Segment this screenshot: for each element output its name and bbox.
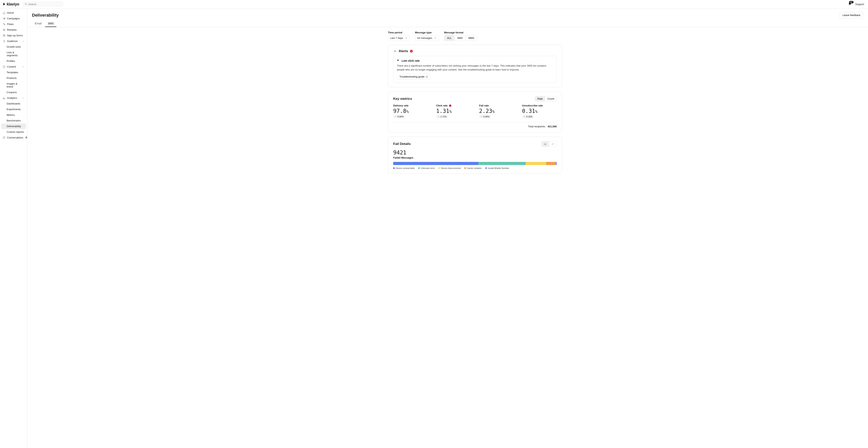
nav-audience[interactable]: Audience — [1, 38, 26, 44]
legend-item: Device disconnected — [438, 167, 461, 169]
nav-label: Templates — [7, 71, 18, 74]
logo[interactable]: klaviyo — [2, 2, 19, 6]
card-header: Alerts 1 — [393, 49, 557, 53]
tabs: Email SMS — [27, 20, 868, 27]
star-icon — [3, 29, 5, 31]
svg-point-1 — [4, 40, 5, 41]
bar-view-button[interactable] — [542, 141, 549, 147]
legend-label: Invalid Mobile Number — [488, 167, 509, 169]
chevron-down-icon — [434, 37, 437, 39]
tab-sms[interactable]: SMS — [45, 20, 56, 27]
card-header: Key metrics Rate Count — [393, 96, 557, 101]
legend-swatch — [438, 167, 440, 169]
legend-swatch — [418, 167, 420, 169]
nav-products[interactable]: Products — [1, 75, 26, 81]
nav-label: Profiles — [7, 60, 15, 62]
line-view-button[interactable] — [549, 141, 557, 147]
legend-item: Unknown error — [418, 167, 435, 169]
metric-value: 97.8% — [393, 108, 425, 114]
value: 1.31 — [436, 108, 449, 114]
nav-experiments[interactable]: Experiments — [1, 107, 26, 112]
filter-time-period: Time period Last 7 days — [388, 31, 410, 41]
metric-click: Click rate 1.31% 1.71% — [436, 104, 467, 118]
troubleshooting-guide-button[interactable]: Troubleshooting guide — [397, 74, 431, 80]
select-value: All messages — [417, 36, 432, 39]
trend-down-icon — [480, 116, 483, 118]
nav-label: Metrics — [7, 114, 15, 116]
nav-label: Flows — [7, 23, 14, 26]
alert-title: Low click rate — [397, 59, 553, 62]
nav-campaigns[interactable]: Campaigns — [1, 16, 26, 21]
nav-custom-reports[interactable]: Custom reports — [1, 129, 26, 135]
key-metrics-card: Key metrics Rate Count Delivery rate 97.… — [388, 92, 562, 132]
nav-dashboards[interactable]: Dashboards — [1, 101, 26, 107]
page-title: Deliverability — [32, 13, 59, 18]
nav-images-brand[interactable]: Images & brand — [1, 81, 26, 89]
nav-lists-segments[interactable]: Lists & segments — [1, 50, 26, 58]
legend-label: Unknown error — [421, 167, 435, 169]
nav-signup-forms[interactable]: Sign-up forms — [1, 33, 26, 38]
chevron-down-icon — [405, 37, 407, 39]
delta-value: 0.08% — [398, 115, 404, 118]
nav-label: Reviews — [7, 28, 17, 31]
external-link-icon — [426, 76, 428, 78]
format-segment: ALL SMS MMS — [444, 35, 477, 41]
count-button[interactable]: Count — [545, 96, 557, 101]
svg-rect-2 — [3, 66, 5, 67]
nav-label: Custom reports — [7, 130, 24, 133]
value: 0.31 — [522, 108, 535, 114]
tab-email[interactable]: Email — [32, 20, 44, 27]
nav-deliverability[interactable]: Deliverability — [1, 123, 26, 129]
format-sms-button[interactable]: SMS — [455, 35, 466, 41]
search-input[interactable] — [23, 2, 63, 6]
stack-segment — [526, 162, 546, 165]
legend-label: Device disconnected — [441, 167, 461, 169]
legend-item: Invalid Mobile Number — [485, 167, 509, 169]
nav-growth-tools[interactable]: Growth tools — [1, 44, 26, 50]
nav-benchmarks[interactable]: Benchmarks — [1, 118, 26, 123]
notifications-button[interactable]: 99+ — [848, 2, 851, 6]
nav-label: Sign-up forms — [7, 34, 23, 37]
legend-item: Device unreachable — [393, 167, 415, 169]
nav-label: Coupons — [7, 91, 17, 94]
alerts-count-badge: 1 — [410, 50, 413, 53]
nav-metrics[interactable]: Metrics — [1, 112, 26, 118]
button-label: Troubleshooting guide — [399, 75, 425, 78]
nav-label: Experiments — [7, 108, 21, 111]
delta-value: 0.08% — [484, 115, 489, 118]
card-title: Alerts 1 — [393, 49, 413, 53]
format-mms-button[interactable]: MMS — [466, 35, 477, 41]
leave-feedback-button[interactable]: Leave feedback — [839, 12, 863, 18]
metric-delta: 0.08% — [393, 115, 405, 118]
topbar: klaviyo 99+ Support — [0, 0, 868, 8]
format-all-button[interactable]: ALL — [444, 35, 455, 41]
alert-title-text: Low click rate — [402, 59, 420, 62]
page-header: Deliverability Leave feedback — [27, 8, 868, 20]
nav-label: Dashboards — [7, 102, 20, 105]
chat-icon — [3, 136, 5, 139]
rate-button[interactable]: Rate — [535, 96, 545, 101]
support-link[interactable]: Support — [855, 3, 864, 6]
message-type-select[interactable]: All messages — [415, 35, 439, 41]
nav-label: Home — [7, 11, 14, 14]
nav-label: Content — [7, 65, 16, 68]
bar-chart-icon — [544, 143, 547, 145]
analytics-icon — [3, 97, 5, 99]
time-period-select[interactable]: Last 7 days — [388, 35, 410, 41]
trend-up-icon — [395, 116, 397, 118]
nav-content[interactable]: Content — [1, 64, 26, 69]
nav-flows[interactable]: Flows — [1, 21, 26, 27]
fail-legend: Device unreachableUnknown errorDevice di… — [393, 167, 557, 169]
nav-coupons[interactable]: Coupons — [1, 89, 26, 95]
nav-conversations[interactable]: Conversations99+ — [1, 135, 26, 141]
fail-details-card: Fail Details 9421 Failed Messages Device… — [388, 137, 562, 174]
nav-reviews[interactable]: Reviews — [1, 27, 26, 33]
nav-templates[interactable]: Templates — [1, 69, 26, 75]
rate-count-toggle: Rate Count — [535, 96, 557, 101]
pct: % — [535, 109, 537, 114]
nav-home[interactable]: Home — [1, 10, 26, 16]
nav-analytics[interactable]: Analytics — [1, 95, 26, 101]
alerts-toggle[interactable] — [393, 50, 397, 53]
nav-profiles[interactable]: Profiles — [1, 58, 26, 64]
sidebar: Home Campaigns Flows Reviews Sign-up for… — [0, 8, 27, 448]
